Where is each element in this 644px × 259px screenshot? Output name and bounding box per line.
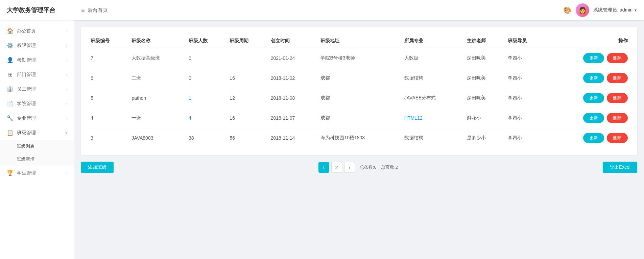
sidebar-item-office-label: 办公首页 xyxy=(17,28,66,34)
sidebar-item-class-list[interactable]: 班级列表 xyxy=(0,140,74,153)
total-records: 总条数:6 xyxy=(360,164,377,170)
cell-count: 0 xyxy=(186,48,227,68)
cell-count[interactable]: 1 xyxy=(186,88,227,108)
sidebar-item-employee[interactable]: 👔 员工管理 › xyxy=(0,82,74,96)
cell-name: 大数据高级班 xyxy=(129,48,186,68)
cell-actions: 更新 删除 xyxy=(546,128,630,148)
user-menu[interactable]: 系统管理员: admin ▼ xyxy=(593,7,637,13)
table-card: 班级编号 班级名称 班级人数 班级周期 创立时间 班级地址 所属专业 主讲老师 … xyxy=(81,27,637,155)
main-layout: 🏠 办公首页 › ⚙️ 权限管理 › 👤 考勤管理 › ⊞ 部门管理 › 👔 员… xyxy=(0,20,644,259)
cell-address: 成都 xyxy=(318,108,401,128)
table-row: 7 大数据高级班 0 2021-01-24 学院B号楼3老师 大数据 深田咏美 … xyxy=(88,48,630,68)
update-button[interactable]: 更新 xyxy=(583,53,604,63)
class-icon: 📋 xyxy=(7,130,14,136)
cell-major[interactable]: HTML12 xyxy=(402,108,464,128)
sidebar-item-attendance[interactable]: 👤 考勤管理 › xyxy=(0,53,74,67)
col-major: 所属专业 xyxy=(402,34,464,48)
col-name: 班级名称 xyxy=(129,34,186,48)
cell-id: 6 xyxy=(88,68,129,88)
cell-period xyxy=(227,48,268,68)
cell-major: 数据结构 xyxy=(402,128,464,148)
menu-icon[interactable]: ≡ xyxy=(81,7,85,14)
export-excel-button[interactable]: 导出Excel xyxy=(603,162,637,173)
col-count: 班级人数 xyxy=(186,34,227,48)
sidebar-item-student[interactable]: 🏆 学生管理 › xyxy=(0,166,74,180)
sidebar-item-office[interactable]: 🏠 办公首页 › xyxy=(0,24,74,38)
user-label: 系统管理员: admin xyxy=(593,7,633,13)
sidebar-item-permission-arrow: › xyxy=(66,44,68,48)
college-icon: 📄 xyxy=(7,100,14,107)
sidebar-item-major-arrow: › xyxy=(66,116,68,120)
cell-major: 数据结构 xyxy=(402,68,464,88)
sidebar-item-department-label: 部门管理 xyxy=(17,72,66,78)
update-button[interactable]: 更新 xyxy=(583,93,604,103)
page-2-button[interactable]: 2 xyxy=(331,162,342,173)
sidebar: 🏠 办公首页 › ⚙️ 权限管理 › 👤 考勤管理 › ⊞ 部门管理 › 👔 员… xyxy=(0,20,74,259)
main-content: 班级编号 班级名称 班级人数 班级周期 创立时间 班级地址 所属专业 主讲老师 … xyxy=(74,20,644,259)
col-actions: 操作 xyxy=(546,34,630,48)
cell-count: 0 xyxy=(186,68,227,88)
sidebar-item-attendance-label: 考勤管理 xyxy=(17,57,66,63)
update-button[interactable]: 更新 xyxy=(583,133,604,143)
col-teacher: 主讲老师 xyxy=(464,34,505,48)
col-address: 班级地址 xyxy=(318,34,401,48)
app-logo: 大学教务管理平台 xyxy=(7,6,81,14)
page-1-button[interactable]: 1 xyxy=(318,162,329,173)
sidebar-item-employee-arrow: › xyxy=(66,87,68,91)
cell-counselor: 李四小 xyxy=(505,48,546,68)
cell-count[interactable]: 4 xyxy=(186,108,227,128)
pagination: 1 2 › 总条数:6 总页数:2 xyxy=(318,162,398,173)
sidebar-item-permission[interactable]: ⚙️ 权限管理 › xyxy=(0,38,74,53)
header: 大学教务管理平台 ≡ 后台首页 🎨 👩 系统管理员: admin ▼ xyxy=(0,0,644,20)
table-row: 4 一班 4 16 2018-11-07 成都 HTML12 鲜花小 李四小 更… xyxy=(88,108,630,128)
update-button[interactable]: 更新 xyxy=(583,113,604,123)
sidebar-item-department[interactable]: ⊞ 部门管理 › xyxy=(0,67,74,82)
delete-button[interactable]: 删除 xyxy=(607,73,628,83)
employee-icon: 👔 xyxy=(7,86,14,92)
col-id: 班级编号 xyxy=(88,34,129,48)
col-period: 班级周期 xyxy=(227,34,268,48)
cell-count: 38 xyxy=(186,128,227,148)
add-class-button[interactable]: 添加班级 xyxy=(81,162,114,173)
page-next-button[interactable]: › xyxy=(344,162,355,173)
cell-id: 4 xyxy=(88,108,129,128)
sidebar-item-major[interactable]: 🔧 专业管理 › xyxy=(0,111,74,125)
major-icon: 🔧 xyxy=(7,115,14,121)
cell-counselor: 李四小 xyxy=(505,68,546,88)
delete-button[interactable]: 删除 xyxy=(607,113,628,123)
sidebar-item-student-label: 学生管理 xyxy=(17,170,66,176)
table-row: 6 二班 0 16 2018-11-02 成都 数据结构 深田咏美 李四小 更新… xyxy=(88,68,630,88)
cell-created: 2018-11-07 xyxy=(268,108,318,128)
cell-teacher: 鲜花小 xyxy=(464,108,505,128)
sidebar-item-class-add[interactable]: 班级新增 xyxy=(0,153,74,166)
sidebar-item-attendance-arrow: › xyxy=(66,58,68,62)
delete-button[interactable]: 删除 xyxy=(607,93,628,103)
cell-actions: 更新 删除 xyxy=(546,88,630,108)
sidebar-item-class-add-label: 班级新增 xyxy=(17,156,34,162)
sidebar-item-college-label: 学院管理 xyxy=(17,101,66,107)
palette-icon[interactable]: 🎨 xyxy=(563,6,572,14)
sidebar-item-class[interactable]: 📋 班级管理 ∨ xyxy=(0,125,74,140)
breadcrumb: ≡ 后台首页 xyxy=(81,7,563,14)
sidebar-item-permission-label: 权限管理 xyxy=(17,43,66,49)
cell-id: 7 xyxy=(88,48,129,68)
cell-teacher: 深田咏美 xyxy=(464,88,505,108)
delete-button[interactable]: 删除 xyxy=(607,53,628,63)
user-dropdown-arrow: ▼ xyxy=(634,8,637,12)
delete-button[interactable]: 删除 xyxy=(607,133,628,143)
sidebar-item-student-arrow: › xyxy=(66,171,68,175)
sidebar-item-class-label: 班级管理 xyxy=(17,130,65,136)
cell-created: 2021-01-24 xyxy=(268,48,318,68)
cell-name: 一班 xyxy=(129,108,186,128)
cell-actions: 更新 删除 xyxy=(546,68,630,88)
cell-period: 12 xyxy=(227,88,268,108)
attendance-icon: 👤 xyxy=(7,57,14,63)
sidebar-item-college[interactable]: 📄 学院管理 › xyxy=(0,96,74,111)
sidebar-class-submenu: 班级列表 班级新增 xyxy=(0,140,74,166)
table-row: 3 JAVA8003 38 56 2018-11-14 海为科技园10楼1803… xyxy=(88,128,630,148)
avatar[interactable]: 👩 xyxy=(576,3,589,17)
sidebar-item-employee-label: 员工管理 xyxy=(17,86,66,92)
update-button[interactable]: 更新 xyxy=(583,73,604,83)
sidebar-item-college-arrow: › xyxy=(66,102,68,106)
header-right: 🎨 👩 系统管理员: admin ▼ xyxy=(563,3,637,17)
